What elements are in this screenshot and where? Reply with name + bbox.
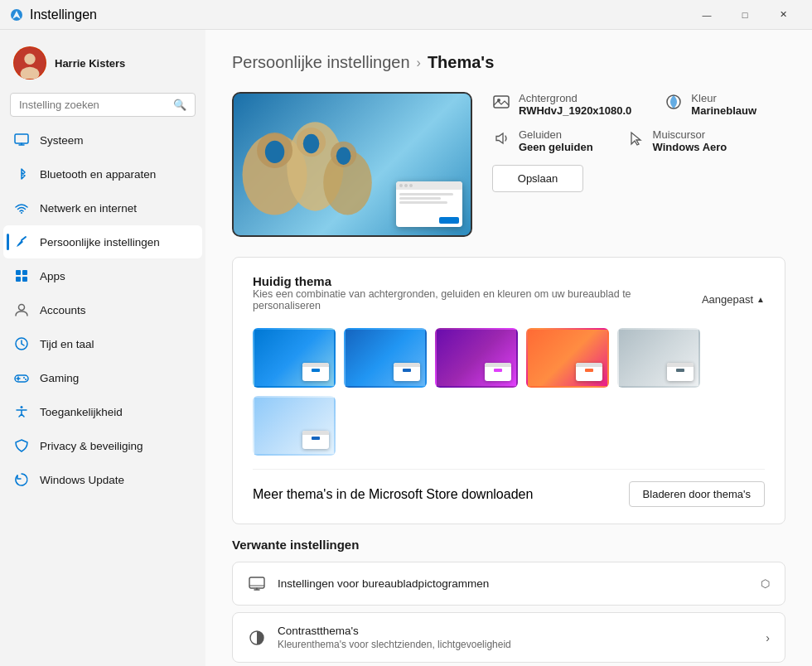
search-input[interactable] [19,99,168,111]
sidebar-item-privacy[interactable]: Privacy & beveiliging [3,429,202,462]
person-icon [13,302,30,318]
more-themes-row: Meer thema's in de Microsoft Store downl… [253,469,765,507]
sidebar-item-accounts[interactable]: Accounts [3,293,202,326]
nav-label-toegankelijkheid: Toegankelijkheid [40,406,123,418]
nav-label-systeem: Systeem [40,134,84,147]
search-icon: 🔍 [173,99,186,111]
avatar [13,46,46,80]
preview-window [396,181,462,227]
save-button[interactable]: Opslaan [492,165,583,192]
svg-rect-7 [16,270,21,275]
svg-rect-31 [249,577,264,588]
svg-point-2 [24,54,35,65]
theme-thumb-2[interactable] [344,328,427,388]
maximize-button[interactable]: □ [726,0,764,30]
sidebar-item-gaming[interactable]: Gaming [3,361,202,394]
nav-label-gaming: Gaming [40,372,79,384]
nav-label-apps: Apps [40,270,65,282]
related-item-contrast[interactable]: Contrastthema's Kleurenthema's voor slec… [232,612,785,663]
sidebar-item-systeem[interactable]: Systeem [3,123,202,157]
theme-preview-image [232,92,472,237]
cursor-icon [626,129,645,147]
theme-info-sound: Geluiden Geen geluiden [492,128,593,153]
collapse-label: Aangepast [702,293,753,306]
breadcrumb-separator: › [417,56,421,70]
nav-label-tijd: Tijd en taal [40,338,94,350]
theme-info-color: Kleur Marineblauw [665,92,756,117]
browse-themes-button[interactable]: Bladeren door thema's [629,481,765,507]
refresh-icon [13,471,30,488]
breadcrumb-parent[interactable]: Persoonlijke instellingen [232,53,410,72]
section-subtitle: Kies een combinatie van achtergronden, g… [253,288,702,311]
sound-label: Geluiden [519,128,593,141]
preview-background [234,94,471,235]
related-item-title-1: Instellingen voor bureaubladpictogrammen [278,577,749,590]
svg-point-27 [336,147,351,164]
themes-grid [253,328,765,456]
shield-icon [13,437,30,454]
section-title: Huidig thema [253,274,702,288]
cursor-label: Muiscursor [653,128,727,141]
chevron-up-icon: ▲ [756,295,765,304]
sidebar-nav: Systeem Bluetooth en apparaten [0,123,205,496]
background-label: Achtergrond [519,92,631,104]
app-icon [10,8,23,22]
svg-rect-9 [16,277,21,282]
sidebar-item-apps[interactable]: Apps [3,259,202,292]
theme-info: Achtergrond RWHdvJ_1920x1080.0 Kle [492,92,785,192]
svg-rect-10 [22,277,27,282]
titlebar-left: Instellingen [10,7,97,22]
sound-value: Geen geluiden [519,141,593,153]
sidebar-item-windows-update[interactable]: Windows Update [3,463,202,496]
chevron-right-icon: › [766,631,770,644]
verwante-section: Verwante instellingen ➜ Instellingen vo [232,538,785,666]
external-link-icon: ⬡ [761,577,770,590]
sidebar-item-wrapper-persoonlijk: Persoonlijke instellingen [3,225,202,258]
nav-label-accounts: Accounts [40,304,86,316]
sidebar-search-box[interactable]: 🔍 [10,93,196,117]
nav-label-privacy: Privacy & beveiliging [40,440,143,452]
nav-label-bluetooth: Bluetooth en apparaten [40,168,156,181]
theme-info-cursor: Muiscursor Windows Aero [626,128,727,153]
titlebar-title: Instellingen [30,7,97,22]
desktop-icon [248,575,266,593]
preview-arch-svg [234,94,380,235]
sidebar-item-netwerk[interactable]: Netwerk en internet [3,191,202,224]
bluetooth-icon [13,166,30,182]
sidebar-user: Harrie Kisters [0,36,205,93]
sidebar-item-toegankelijkheid[interactable]: Toegankelijkheid [3,395,202,428]
theme-thumb-5[interactable] [617,328,700,388]
color-icon [665,93,683,111]
minimize-button[interactable]: — [688,0,726,30]
theme-thumb-4[interactable] [526,328,609,388]
titlebar: Instellingen — □ ✕ [0,0,812,30]
background-icon [492,93,510,111]
sidebar-item-bluetooth[interactable]: Bluetooth en apparaten [3,157,202,191]
theme-thumb-1[interactable] [253,328,336,388]
contrast-icon [248,629,266,647]
user-info: Harrie Kisters [55,57,125,70]
sidebar-item-persoonlijk[interactable]: Persoonlijke instellingen [3,225,202,258]
related-item-title-2: Contrastthema's [278,625,754,637]
related-item-sub-2: Kleurenthema's voor slechtzienden, licht… [278,639,754,650]
theme-info-background: Achtergrond RWHdvJ_1920x1080.0 [492,92,631,117]
theme-thumb-6[interactable] [253,396,336,456]
svg-point-11 [19,305,25,311]
app-container: Harrie Kisters 🔍 Systeem [0,30,812,666]
accessibility-icon [13,403,30,420]
svg-rect-4 [15,134,28,143]
collapse-button[interactable]: Aangepast ▲ [702,293,765,306]
svg-point-16 [23,377,25,379]
theme-thumb-3[interactable] [435,328,518,388]
svg-line-6 [22,237,26,240]
color-label: Kleur [691,92,756,104]
cursor-value: Windows Aero [653,141,727,153]
svg-point-17 [25,379,27,380]
huidig-thema-section: Huidig thema Kies een combinatie van ach… [232,257,785,524]
svg-point-26 [303,134,320,153]
related-item-desktop-icons[interactable]: Instellingen voor bureaubladpictogrammen… [232,562,785,606]
close-button[interactable]: ✕ [764,0,802,30]
sidebar-item-tijd[interactable]: Tijd en taal [3,327,202,360]
svg-point-25 [265,141,284,163]
color-value: Marineblauw [691,104,756,117]
